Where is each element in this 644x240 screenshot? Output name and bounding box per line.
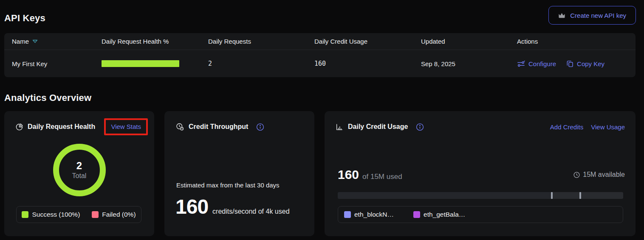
throughput-value: 160 <box>175 195 208 218</box>
table-row[interactable]: My First Key 2 160 Sep 8, 2025 Configure <box>4 50 636 77</box>
copy-key-label: Copy Key <box>577 60 604 67</box>
key-daily-credit-usage: 160 <box>314 60 421 67</box>
credit-throughput-card: Credit Throughput Estimated max from the… <box>164 111 314 236</box>
sliders-icon <box>517 60 525 67</box>
throughput-unit: credits/second of 4k used <box>212 208 289 215</box>
legend-item-eth-getbalance: eth_getBala… <box>413 211 465 218</box>
copy-key-button[interactable]: Copy Key <box>566 60 604 67</box>
info-icon[interactable] <box>256 123 265 131</box>
bar-chart-icon <box>335 123 344 131</box>
create-api-key-button[interactable]: Create new API key <box>548 6 636 25</box>
column-header-credit: Daily Credit Usage <box>314 38 421 45</box>
credit-usage-progress-bar <box>338 192 623 199</box>
request-health-donut: 2 Total <box>53 144 106 196</box>
column-header-name[interactable]: Name <box>12 38 102 45</box>
configure-label: Configure <box>528 60 556 67</box>
progress-tick <box>579 192 581 199</box>
credits-available-label: 15M available <box>583 171 625 179</box>
copy-icon <box>566 60 573 67</box>
legend-item-failed: Failed (0%) <box>92 211 136 218</box>
key-name: My First Key <box>12 60 102 67</box>
legend-item-success: Success (100%) <box>22 211 80 218</box>
card-title-credit-throughput: Credit Throughput <box>189 123 248 131</box>
key-updated: Sep 8, 2025 <box>421 60 517 67</box>
throughput-subtitle: Estimated max from the last 30 days <box>176 181 280 189</box>
column-header-updated: Updated <box>421 38 517 45</box>
eth-blocknumber-swatch <box>344 211 351 218</box>
api-keys-table: Name Daily Request Health % Daily Reques… <box>4 33 636 77</box>
annotation-highlight: View Stats <box>104 118 148 135</box>
column-header-health: Daily Request Health % <box>102 38 208 45</box>
daily-credit-usage-card: Daily Credit Usage Add Credits View Usag… <box>325 111 636 236</box>
key-health-cell <box>102 60 208 67</box>
analytics-overview-title: Analytics Overview <box>4 92 91 103</box>
column-header-requests: Daily Requests <box>208 38 314 45</box>
donut-total-value: 2 <box>76 160 82 171</box>
sort-chevron-down-icon[interactable] <box>32 39 38 43</box>
info-icon[interactable] <box>415 123 424 131</box>
page-title: API Keys <box>4 13 45 24</box>
credits-used-suffix: of 15M used <box>362 173 402 181</box>
failed-swatch <box>92 211 99 218</box>
legend-item-eth-blocknumber: eth_blockN… <box>344 211 394 218</box>
analytics-cards: Daily Request Health View Stats 2 Total … <box>4 111 636 236</box>
request-health-legend: Success (100%) Failed (0%) <box>16 206 141 223</box>
daily-request-health-card: Daily Request Health View Stats 2 Total … <box>4 111 154 236</box>
column-header-actions: Actions <box>517 38 636 45</box>
clock-gauge-icon <box>175 123 184 131</box>
configure-button[interactable]: Configure <box>517 60 556 67</box>
progress-bar-upper-segment <box>551 192 623 199</box>
success-swatch <box>22 211 28 218</box>
card-title-daily-request-health: Daily Request Health <box>28 123 95 131</box>
add-credits-link[interactable]: Add Credits <box>550 123 583 131</box>
key-daily-requests: 2 <box>208 60 314 67</box>
key-actions: Configure Copy Key <box>517 60 636 67</box>
credits-available: 15M available <box>573 171 625 179</box>
progress-tick <box>551 192 553 199</box>
donut-total-label: Total <box>72 172 87 180</box>
pie-chart-icon <box>15 123 23 131</box>
view-stats-link[interactable]: View Stats <box>111 123 141 130</box>
card-title-daily-credit-usage: Daily Credit Usage <box>348 123 408 131</box>
eth-getbalance-swatch <box>413 211 420 218</box>
credits-used-value: 160 <box>338 167 359 182</box>
credit-usage-legend: eth_blockN… eth_getBala… <box>338 206 623 223</box>
crown-icon <box>558 12 565 19</box>
dashboard: API Keys Create new API key Name Daily R… <box>0 0 644 240</box>
clock-icon <box>573 171 580 179</box>
create-api-key-label: Create new API key <box>570 12 626 19</box>
health-bar <box>102 60 179 67</box>
table-header: Name Daily Request Health % Daily Reques… <box>4 33 636 50</box>
view-usage-link[interactable]: View Usage <box>591 123 625 131</box>
